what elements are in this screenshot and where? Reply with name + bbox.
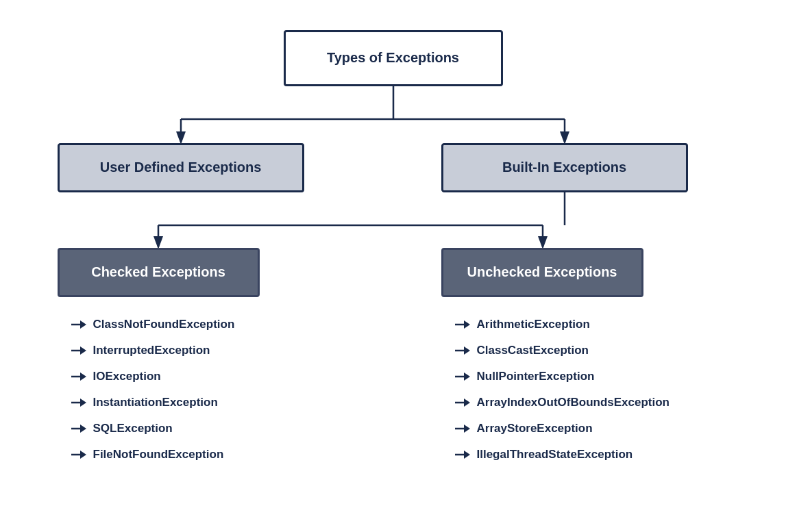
unchecked-item: ArithmeticException (455, 318, 670, 331)
builtin-box: Built-In Exceptions (441, 143, 688, 192)
unchecked-item: ArrayStoreException (455, 422, 670, 435)
svg-marker-33 (464, 425, 470, 433)
checked-item: SQLException (71, 422, 235, 435)
unchecked-item: ClassCastException (455, 344, 670, 357)
unchecked-box: Unchecked Exceptions (441, 248, 643, 297)
svg-marker-29 (464, 372, 470, 381)
checked-item: IOException (71, 370, 235, 383)
checked-box: Checked Exceptions (58, 248, 260, 297)
svg-marker-3 (176, 131, 186, 144)
svg-marker-5 (560, 131, 569, 144)
checked-items-list: ClassNotFoundException InterruptedExcept… (71, 318, 235, 461)
svg-marker-11 (538, 236, 548, 249)
checked-item: InstantiationException (71, 396, 235, 409)
svg-marker-23 (80, 451, 86, 459)
checked-item: FileNotFoundException (71, 448, 235, 461)
svg-marker-31 (464, 398, 470, 407)
unchecked-item: ArrayIndexOutOfBoundsException (455, 396, 670, 409)
svg-marker-17 (80, 372, 86, 381)
root-box: Types of Exceptions (284, 30, 503, 86)
svg-marker-13 (80, 320, 86, 329)
checked-item: ClassNotFoundException (71, 318, 235, 331)
unchecked-item: NullPointerException (455, 370, 670, 383)
svg-marker-27 (464, 346, 470, 355)
unchecked-label: Unchecked Exceptions (467, 264, 617, 280)
unchecked-item: IllegalThreadStateException (455, 448, 670, 461)
user-defined-label: User Defined Exceptions (100, 160, 262, 175)
diagram: Types of Exceptions User Defined Excepti… (16, 10, 770, 523)
svg-marker-21 (80, 425, 86, 433)
svg-marker-35 (464, 451, 470, 459)
svg-marker-15 (80, 346, 86, 355)
svg-marker-9 (153, 236, 163, 249)
builtin-label: Built-In Exceptions (502, 160, 626, 175)
root-label: Types of Exceptions (327, 50, 459, 66)
svg-marker-25 (464, 320, 470, 329)
checked-label: Checked Exceptions (91, 264, 225, 280)
user-defined-box: User Defined Exceptions (58, 143, 304, 192)
checked-item: InterruptedException (71, 344, 235, 357)
unchecked-items-list: ArithmeticException ClassCastException N… (455, 318, 670, 461)
svg-marker-19 (80, 398, 86, 407)
